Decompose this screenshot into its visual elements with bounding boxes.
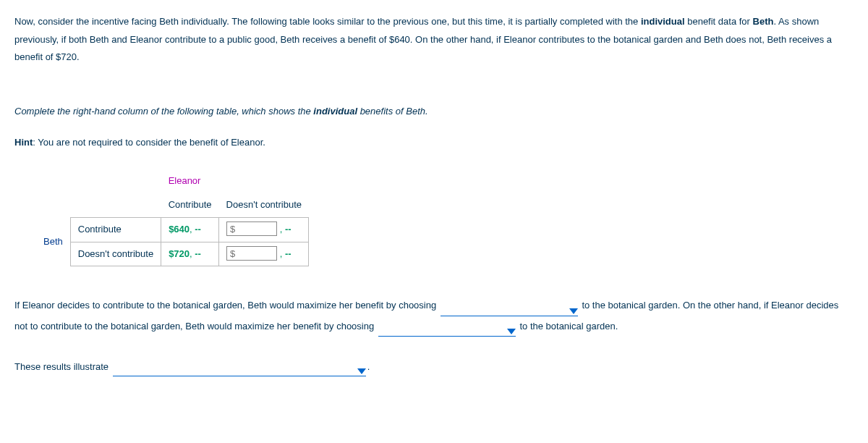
cell-contribute-contribute: $640, -- [161,217,219,242]
intro-paragraph: Now, consider the incentive facing Beth … [14,13,854,67]
dropdown-results[interactable] [113,363,366,376]
instruction-text: Complete the right-hand column of the fo… [14,103,854,121]
hint-text: Hint: You are not required to consider t… [14,134,854,152]
dropdown-choice-1[interactable] [441,303,578,316]
intro-bold-individual: individual [641,16,685,27]
col-header-no-contribute: Doesn't contribute [219,193,309,217]
row-header-contribute: Contribute [70,217,161,242]
row-player-header: Beth [36,217,70,266]
fill-in-paragraph: If Eleanor decides to contribute to the … [14,295,854,337]
cell-nocontribute-contribute: $720, -- [161,242,219,266]
payoff-table: Eleanor Contribute Doesn't contribute Be… [36,169,854,266]
input-beth-no-eleanor-no[interactable] [226,246,277,261]
cell-nocontribute-nocontribute: , -- [219,242,309,266]
col-header-contribute: Contribute [161,193,219,217]
intro-text: Now, consider the incentive facing Beth … [14,16,641,27]
intro-bold-beth: Beth [753,16,774,27]
column-player-header: Eleanor [161,169,309,193]
hint-label: Hint [14,137,33,148]
dropdown-choice-2[interactable] [378,323,516,337]
chevron-down-icon [507,329,516,334]
results-line: These results illustrate . [14,358,854,376]
input-beth-contribute-eleanor-no[interactable] [226,222,277,236]
cell-contribute-nocontribute: , -- [219,217,309,242]
chevron-down-icon [357,368,366,374]
instruction-bold: individual [313,106,357,117]
intro-text: benefit data for [685,16,753,27]
chevron-down-icon [569,308,578,314]
row-header-no-contribute: Doesn't contribute [70,242,161,266]
